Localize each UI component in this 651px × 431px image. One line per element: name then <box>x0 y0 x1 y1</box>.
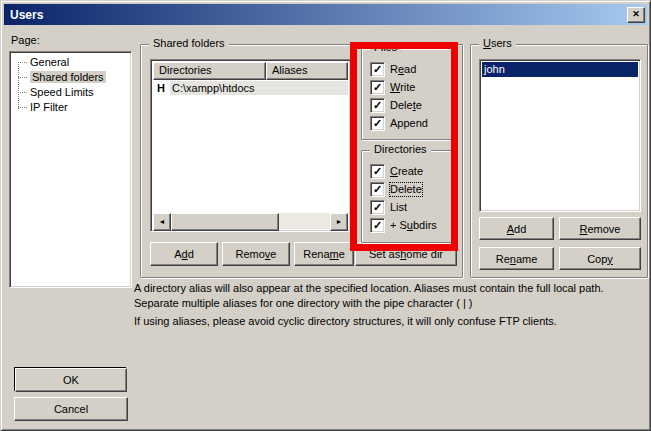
sidebar-item-ip-filter[interactable]: IP Filter <box>13 100 128 115</box>
checkbox-append[interactable]: ✓ Append <box>370 116 428 131</box>
page-label: Page: <box>11 34 40 46</box>
checkbox-checked-icon[interactable]: ✓ <box>370 200 385 215</box>
files-group: Files ✓ Read ✓ Write ✓ Delete ✓ Append <box>361 48 453 140</box>
checkbox-checked-icon[interactable]: ✓ <box>370 62 385 77</box>
horizontal-scrollbar[interactable]: ◄ ► <box>153 213 348 229</box>
directories-listview[interactable]: Directories Aliases H C:\xampp\htdocs ◄ … <box>150 59 351 232</box>
ok-button[interactable]: OK <box>15 368 127 392</box>
cyclic-note-text: If using aliases, please avoid cyclic di… <box>134 314 639 329</box>
list-item-user[interactable]: john <box>482 62 638 77</box>
scroll-right-icon[interactable]: ► <box>330 213 348 231</box>
checkbox-checked-icon[interactable]: ✓ <box>370 182 385 197</box>
users-group: Users john Add Remove Rename Copy <box>470 44 648 278</box>
title-bar[interactable]: Users <box>4 4 647 25</box>
folder-add-button[interactable]: Add <box>150 242 218 266</box>
checkbox-subdirs[interactable]: ✓ + Subdirs <box>370 218 437 233</box>
sidebar-item-speed-limits[interactable]: Speed Limits <box>13 85 128 100</box>
checkbox-checked-icon[interactable]: ✓ <box>370 164 385 179</box>
column-header-aliases[interactable]: Aliases <box>266 62 348 80</box>
checkbox-checked-icon[interactable]: ✓ <box>370 116 385 131</box>
directories-group-label: Directories <box>370 143 431 156</box>
scrollbar-thumb[interactable] <box>171 213 279 231</box>
checkbox-list[interactable]: ✓ List <box>370 200 407 215</box>
users-dialog: Users ✕ Page: General Shared folders Spe… <box>0 0 651 431</box>
table-row[interactable]: H C:\xampp\htdocs <box>153 80 348 96</box>
user-remove-button[interactable]: Remove <box>559 217 641 240</box>
ok-button-default-ring: OK <box>14 367 126 391</box>
listview-header: Directories Aliases <box>153 62 348 80</box>
scroll-left-icon[interactable]: ◄ <box>153 213 171 231</box>
users-group-label: Users <box>479 37 516 50</box>
shared-folders-group-label: Shared folders <box>149 37 229 50</box>
page-tree: General Shared folders Speed Limits IP F… <box>13 55 128 115</box>
alias-note-text: A directory alias will also appear at th… <box>134 281 628 311</box>
checkbox-checked-icon[interactable]: ✓ <box>370 218 385 233</box>
directories-group: Directories ✓ Create ✓ Delete ✓ List ✓ +… <box>361 150 453 243</box>
home-marker: H <box>153 82 170 94</box>
folder-remove-button[interactable]: Remove <box>222 242 290 266</box>
cancel-button[interactable]: Cancel <box>14 397 128 421</box>
user-add-button[interactable]: Add <box>479 217 554 240</box>
scrollbar-track[interactable] <box>279 213 330 229</box>
sidebar-item-shared-folders[interactable]: Shared folders <box>13 70 128 85</box>
directory-path: C:\xampp\htdocs <box>170 81 348 95</box>
folder-rename-button[interactable]: Rename <box>294 242 354 266</box>
checkbox-file-delete[interactable]: ✓ Delete <box>370 98 422 113</box>
checkbox-write[interactable]: ✓ Write <box>370 80 415 95</box>
users-list[interactable]: john <box>479 59 641 212</box>
sidebar-item-general[interactable]: General <box>13 55 128 70</box>
user-rename-button[interactable]: Rename <box>479 247 554 270</box>
user-copy-button[interactable]: Copy <box>559 247 641 270</box>
page-list: General Shared folders Speed Limits IP F… <box>9 51 132 288</box>
column-header-directories[interactable]: Directories <box>153 62 266 80</box>
close-icon[interactable]: ✕ <box>627 7 645 23</box>
checkbox-dir-delete[interactable]: ✓ Delete <box>370 182 422 197</box>
set-as-home-dir-button[interactable]: Set as home dir <box>355 242 457 266</box>
files-group-label: Files <box>370 41 401 54</box>
checkbox-checked-icon[interactable]: ✓ <box>370 80 385 95</box>
window-title: Users <box>10 8 43 22</box>
checkbox-checked-icon[interactable]: ✓ <box>370 98 385 113</box>
checkbox-read[interactable]: ✓ Read <box>370 62 416 77</box>
checkbox-create[interactable]: ✓ Create <box>370 164 423 179</box>
